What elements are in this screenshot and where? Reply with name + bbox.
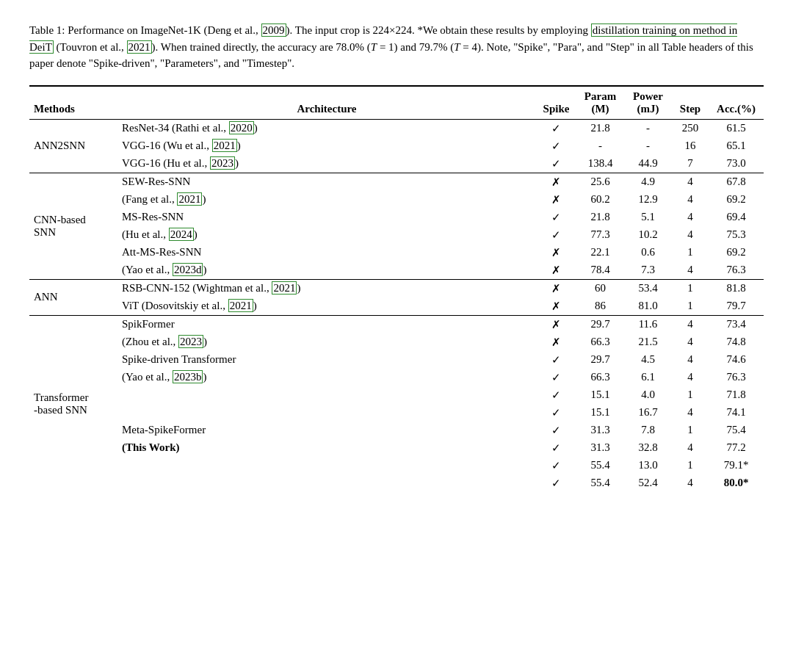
step-cell: 4 [672, 173, 709, 191]
spike-cell: ✓ [536, 209, 576, 226]
param-cell: 25.6 [576, 173, 624, 191]
ref-highlight-2009: 2009 [261, 24, 286, 37]
table-row: ✓ 55.4 52.4 4 80.0* [29, 474, 764, 492]
param-cell: 31.3 [576, 439, 624, 457]
table-row: CNN-basedSNN SEW-Res-SNN ✗ 25.6 4.9 4 67… [29, 173, 764, 191]
spike-cell: ✓ [536, 404, 576, 422]
acc-cell: 69.4 [709, 209, 764, 226]
ref-highlight-2021a: 2021 [127, 40, 152, 54]
step-cell: 1 [672, 279, 709, 297]
power-cell: 10.2 [624, 226, 672, 244]
table-row: (Fang et al., 2021) ✗ 60.2 12.9 4 69.2 [29, 191, 764, 209]
arch-cell [117, 457, 536, 474]
col-header-spike: Spike [536, 86, 576, 120]
acc-cell: 73.4 [709, 315, 764, 333]
arch-cell: Spike-driven Transformer [117, 351, 536, 369]
acc-cell: 79.1* [709, 457, 764, 474]
param-cell: 21.8 [576, 209, 624, 226]
step-cell: 16 [672, 137, 709, 155]
step-cell: 4 [672, 474, 709, 492]
arch-cell: RSB-CNN-152 (Wightman et al., 2021) [117, 279, 536, 297]
spike-cell: ✓ [536, 351, 576, 369]
acc-cell: 79.7 [709, 297, 764, 316]
table-row: Spike-driven Transformer ✓ 29.7 4.5 4 74… [29, 351, 764, 369]
spike-cell: ✗ [536, 333, 576, 351]
table-row: (Hu et al., 2024) ✓ 77.3 10.2 4 75.3 [29, 226, 764, 244]
spike-cell: ✓ [536, 226, 576, 244]
table-row: ANN RSB-CNN-152 (Wightman et al., 2021) … [29, 279, 764, 297]
power-cell: 7.8 [624, 422, 672, 439]
col-header-power: Power(mJ) [624, 86, 672, 120]
arch-cell: Meta-SpikeFormer [117, 422, 536, 439]
arch-cell: (Yao et al., 2023b) [117, 369, 536, 386]
step-cell: 1 [672, 422, 709, 439]
arch-cell: (Hu et al., 2024) [117, 226, 536, 244]
acc-cell: 74.6 [709, 351, 764, 369]
arch-cell: VGG-16 (Wu et al., 2021) [117, 137, 536, 155]
power-cell: 5.1 [624, 209, 672, 226]
power-cell: 16.7 [624, 404, 672, 422]
arch-cell: (Yao et al., 2023d) [117, 261, 536, 280]
table-row: VGG-16 (Wu et al., 2021) ✓ - - 16 65.1 [29, 137, 764, 155]
spike-cell: ✗ [536, 173, 576, 191]
param-cell: 29.7 [576, 315, 624, 333]
power-cell: 32.8 [624, 439, 672, 457]
step-cell: 4 [672, 333, 709, 351]
param-cell: 22.1 [576, 244, 624, 261]
acc-cell: 76.3 [709, 369, 764, 386]
acc-cell: 76.3 [709, 261, 764, 280]
table-row: (Zhou et al., 2023) ✗ 66.3 21.5 4 74.8 [29, 333, 764, 351]
power-cell: 12.9 [624, 191, 672, 209]
step-cell: 4 [672, 351, 709, 369]
param-cell: 55.4 [576, 474, 624, 492]
power-cell: - [624, 137, 672, 155]
table-row: ✓ 15.1 16.7 4 74.1 [29, 404, 764, 422]
table-row: Att-MS-Res-SNN ✗ 22.1 0.6 1 69.2 [29, 244, 764, 261]
param-cell: 60 [576, 279, 624, 297]
param-cell: 15.1 [576, 404, 624, 422]
param-cell: - [576, 137, 624, 155]
acc-cell: 75.4 [709, 422, 764, 439]
param-cell: 66.3 [576, 369, 624, 386]
table-row: Transformer-based SNN SpikFormer ✗ 29.7 … [29, 315, 764, 333]
step-cell: 4 [672, 191, 709, 209]
spike-cell: ✓ [536, 422, 576, 439]
spike-cell: ✓ [536, 119, 576, 137]
power-cell: 21.5 [624, 333, 672, 351]
step-cell: 4 [672, 369, 709, 386]
arch-cell: (Zhou et al., 2023) [117, 333, 536, 351]
group-label-ann2snn: ANN2SNN [29, 119, 117, 173]
param-cell: 138.4 [576, 155, 624, 173]
power-cell: 13.0 [624, 457, 672, 474]
acc-cell: 74.1 [709, 404, 764, 422]
spike-cell: ✗ [536, 315, 576, 333]
acc-cell: 81.8 [709, 279, 764, 297]
spike-cell: ✗ [536, 279, 576, 297]
step-cell: 1 [672, 457, 709, 474]
step-cell: 4 [672, 226, 709, 244]
arch-cell: (Fang et al., 2021) [117, 191, 536, 209]
power-cell: 81.0 [624, 297, 672, 316]
power-cell: - [624, 119, 672, 137]
acc-cell: 69.2 [709, 191, 764, 209]
spike-cell: ✗ [536, 297, 576, 316]
spike-cell: ✓ [536, 137, 576, 155]
table-row: Meta-SpikeFormer ✓ 31.3 7.8 1 75.4 [29, 422, 764, 439]
arch-cell: MS-Res-SNN [117, 209, 536, 226]
spike-cell: ✓ [536, 457, 576, 474]
arch-cell: ViT (Dosovitskiy et al., 2021) [117, 297, 536, 316]
power-cell: 4.5 [624, 351, 672, 369]
step-cell: 4 [672, 315, 709, 333]
table-row: (Yao et al., 2023b) ✓ 66.3 6.1 4 76.3 [29, 369, 764, 386]
power-cell: 53.4 [624, 279, 672, 297]
acc-cell: 69.2 [709, 244, 764, 261]
step-cell: 1 [672, 386, 709, 404]
table-row: MS-Res-SNN ✓ 21.8 5.1 4 69.4 [29, 209, 764, 226]
col-header-step: Step [672, 86, 709, 120]
acc-cell: 65.1 [709, 137, 764, 155]
col-header-param: Param(M) [576, 86, 624, 120]
spike-cell: ✓ [536, 439, 576, 457]
arch-cell: SpikFormer [117, 315, 536, 333]
table-row: (Yao et al., 2023d) ✗ 78.4 7.3 4 76.3 [29, 261, 764, 280]
param-cell: 31.3 [576, 422, 624, 439]
